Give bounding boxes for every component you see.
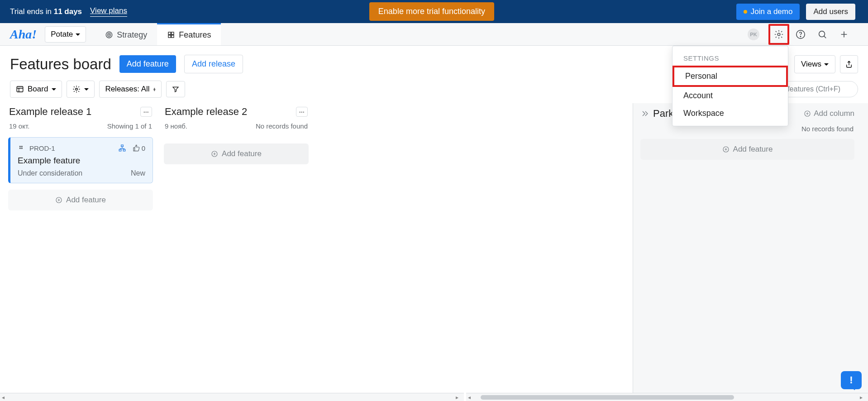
board-hscrollbar[interactable]: ◂▸ — [0, 393, 464, 401]
plus-circle-icon — [211, 150, 218, 158]
settings-button[interactable] — [768, 24, 789, 45]
gear-icon — [72, 85, 81, 93]
svg-point-2 — [109, 34, 110, 35]
chevron-double-right-icon[interactable] — [640, 109, 649, 118]
settings-dropdown-personal[interactable]: Personal — [672, 66, 788, 87]
feedback-button[interactable]: ! — [841, 371, 862, 389]
live-dot-icon — [744, 10, 747, 14]
help-button[interactable] — [790, 24, 811, 45]
add-feature-in-column[interactable]: Add feature — [164, 143, 309, 164]
plus-circle-icon — [55, 196, 62, 204]
settings-dropdown: SETTINGS Personal Account Workspace — [672, 46, 788, 126]
thumbs-up-icon — [133, 144, 140, 152]
exclaim-icon: ! — [849, 374, 853, 386]
plus-icon — [839, 29, 849, 39]
main-nav: Aha! Potate Strategy Features PK — [0, 23, 868, 46]
releases-filter[interactable]: Releases: All ▴▾ — [99, 81, 161, 98]
parking-lot-panel: Parking Add column No records found Add … — [633, 103, 868, 401]
help-icon — [796, 29, 806, 39]
card-ref: PROD-1 — [29, 144, 55, 152]
share-button[interactable] — [840, 55, 858, 73]
add-feature-parking[interactable]: Add feature — [640, 139, 854, 160]
search-button[interactable] — [812, 24, 833, 45]
svg-rect-5 — [168, 35, 171, 38]
chevron-down-icon — [824, 60, 829, 69]
svg-rect-3 — [168, 32, 171, 34]
svg-rect-19 — [123, 149, 125, 151]
add-feature-in-column[interactable]: Add feature — [8, 190, 153, 210]
add-button[interactable] — [834, 24, 854, 45]
svg-rect-6 — [172, 35, 174, 38]
add-feature-button[interactable]: Add feature — [119, 55, 176, 73]
release-date: 19 окт. — [9, 122, 29, 130]
svg-rect-18 — [119, 149, 121, 151]
grid-icon — [167, 31, 175, 39]
trial-bar: Trial ends in 11 days View plans Enable … — [0, 0, 868, 23]
release-title[interactable]: Example release 2 — [165, 106, 247, 118]
plus-circle-icon — [722, 146, 730, 153]
board-options-button[interactable] — [67, 81, 95, 98]
gear-icon — [774, 29, 784, 39]
chevron-down-icon — [52, 85, 56, 94]
release-count: No records found — [256, 122, 308, 130]
add-release-button[interactable]: Add release — [184, 55, 243, 73]
svg-point-12 — [76, 88, 78, 91]
chevron-down-icon — [76, 30, 80, 39]
svg-rect-4 — [172, 32, 174, 34]
page-title: Features board — [10, 56, 111, 73]
target-icon — [105, 31, 113, 39]
chevron-down-icon — [84, 85, 89, 94]
parking-hscrollbar[interactable]: ◂▸ — [466, 393, 868, 401]
feature-card[interactable]: PROD-1 0 Example feature Under considera… — [8, 137, 153, 183]
svg-point-15 — [19, 148, 20, 149]
board-icon — [16, 85, 24, 93]
svg-point-9 — [800, 36, 801, 36]
svg-point-16 — [21, 148, 22, 149]
add-users-button[interactable]: Add users — [806, 4, 855, 20]
plus-circle-icon — [804, 110, 811, 117]
release-menu-button[interactable]: ●●● — [140, 107, 152, 117]
enable-trial-button[interactable]: Enable more trial functionality — [369, 2, 494, 21]
svg-point-14 — [21, 146, 22, 147]
release-title[interactable]: Example release 1 — [9, 106, 91, 118]
search-icon — [817, 29, 827, 39]
grip-icon — [18, 144, 25, 152]
join-demo-button[interactable]: Join a demo — [736, 4, 800, 20]
board-type-selector[interactable]: Board — [10, 81, 62, 98]
release-menu-button[interactable]: ●●● — [296, 107, 308, 117]
card-tag: New — [131, 169, 145, 177]
card-title: Example feature — [18, 156, 145, 166]
svg-point-7 — [777, 33, 780, 36]
workspace-selector[interactable]: Potate — [45, 26, 86, 43]
release-column: Example release 1 ●●● 19 окт. Showing 1 … — [8, 106, 153, 387]
release-date: 9 нояб. — [165, 122, 187, 130]
trial-ends-label: Trial ends in 11 days — [10, 7, 82, 16]
avatar[interactable]: PK — [748, 29, 759, 40]
view-plans-link[interactable]: View plans — [90, 6, 127, 17]
card-status: Under consideration — [18, 169, 82, 177]
filter-button[interactable] — [166, 81, 185, 97]
svg-rect-17 — [121, 145, 123, 147]
settings-dropdown-account[interactable]: Account — [672, 87, 788, 105]
tab-features[interactable]: Features — [157, 23, 221, 45]
filter-icon — [172, 85, 179, 93]
views-button[interactable]: Views — [794, 55, 835, 73]
share-icon — [845, 60, 853, 68]
svg-point-13 — [19, 146, 20, 147]
add-column-button[interactable]: Add column — [804, 109, 854, 118]
svg-rect-11 — [17, 86, 23, 92]
release-count: Showing 1 of 1 — [107, 122, 152, 130]
logo[interactable]: Aha! — [10, 27, 37, 42]
settings-dropdown-workspace[interactable]: Workspace — [672, 105, 788, 122]
settings-dropdown-header: SETTINGS — [672, 52, 788, 66]
release-column: Example release 2 ●●● 9 нояб. No records… — [164, 106, 309, 387]
hierarchy-icon — [118, 144, 126, 152]
sort-icon: ▴▾ — [153, 87, 156, 91]
tab-strategy[interactable]: Strategy — [95, 23, 157, 45]
svg-point-10 — [819, 31, 825, 37]
card-votes: 0 — [142, 144, 145, 152]
